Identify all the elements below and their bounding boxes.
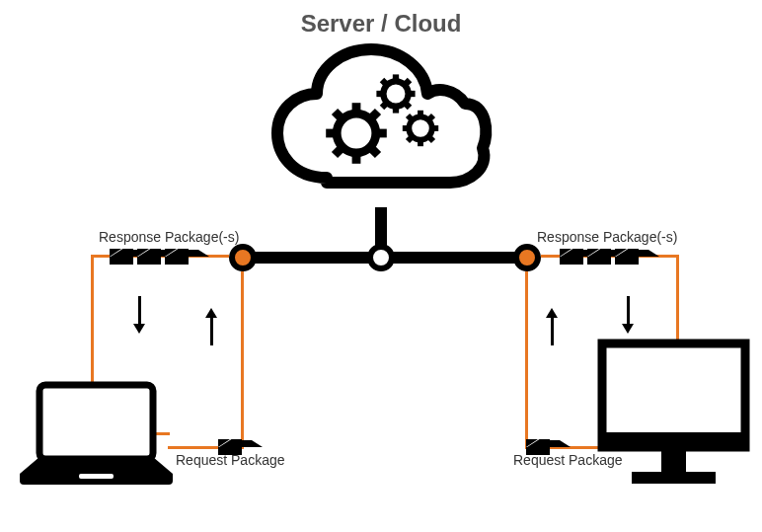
envelope-icon — [110, 249, 133, 265]
svg-line-5 — [335, 112, 343, 119]
envelope-icon — [137, 249, 161, 265]
desktop-monitor-icon — [597, 339, 750, 495]
hub-node-center — [367, 244, 395, 271]
svg-rect-32 — [632, 472, 716, 484]
svg-rect-31 — [661, 447, 686, 472]
svg-rect-29 — [602, 343, 745, 447]
svg-rect-28 — [79, 474, 114, 479]
envelope-icon — [218, 439, 242, 455]
svg-line-8 — [370, 112, 378, 119]
response-label-left: Response Package(-s) — [99, 229, 239, 245]
svg-line-7 — [335, 147, 343, 155]
svg-line-15 — [405, 103, 410, 108]
svg-line-23 — [408, 115, 413, 120]
connection-line — [525, 271, 528, 449]
envelope-icon — [615, 249, 639, 265]
envelope-icon — [560, 249, 583, 265]
laptop-icon — [15, 380, 178, 493]
hub-node-right — [513, 244, 541, 271]
response-label-right: Response Package(-s) — [537, 229, 677, 245]
arrow-up-icon — [210, 316, 213, 345]
svg-line-16 — [382, 103, 387, 108]
svg-line-6 — [370, 147, 378, 155]
svg-line-25 — [408, 136, 413, 141]
svg-line-24 — [428, 136, 433, 141]
cloud-server-icon — [267, 39, 495, 211]
envelope-icon — [587, 249, 611, 265]
hub-node-left — [229, 244, 257, 271]
diagram-title: Server / Cloud — [301, 10, 462, 38]
svg-rect-27 — [39, 385, 153, 459]
arrow-down-icon — [138, 296, 141, 326]
svg-line-26 — [428, 115, 433, 120]
envelope-icon — [526, 439, 550, 455]
svg-line-14 — [382, 80, 387, 85]
arrow-up-icon — [551, 316, 554, 345]
connection-line — [241, 271, 244, 449]
envelope-icon — [165, 249, 189, 265]
svg-line-17 — [405, 80, 410, 85]
svg-rect-30 — [602, 432, 745, 447]
arrow-down-icon — [627, 296, 630, 326]
